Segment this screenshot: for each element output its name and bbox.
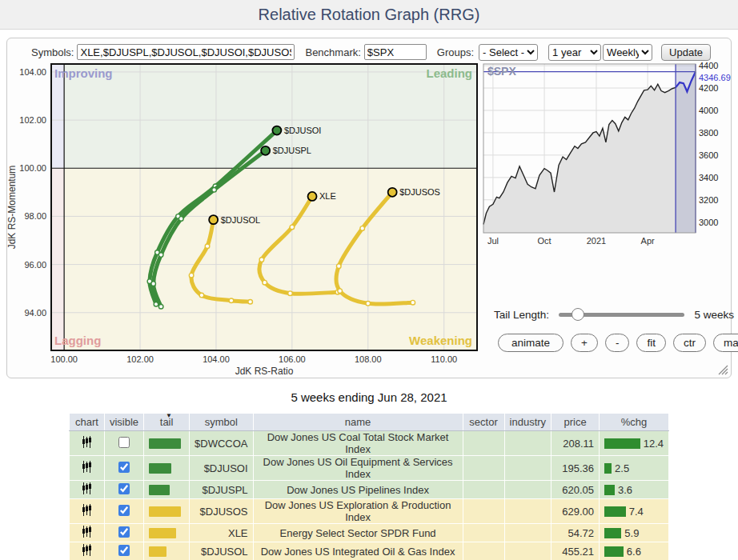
chart-cell [69,456,104,481]
tail-length-label: Tail Length: [494,309,549,321]
quadrant-label-weakening: Weakening [409,334,472,347]
name-cell: Dow Jones US Exploration & Production In… [253,499,463,524]
tail-cell [144,456,190,481]
table-row-$DJUSOL[interactable]: $DJUSOLDow Jones US Integrated Oil & Gas… [69,542,668,560]
title-bar: Relative Rotation Graph (RRG) [0,0,738,30]
visible-checkbox[interactable] [118,437,130,448]
name-cell: Dow Jones US Oil Equipment & Services In… [253,456,463,481]
summary-heading: 5 weeks ending Jun 28, 2021 [0,390,738,404]
tail-length-slider-thumb[interactable] [572,308,584,321]
candlestick-icon[interactable] [82,463,92,475]
pct-change-value: 7.4 [629,506,644,518]
candlestick-icon[interactable] [82,506,92,518]
column-header-chart[interactable]: chart [69,414,104,431]
pct-change-bar [604,485,615,495]
ctr-button[interactable]: ctr [673,334,706,352]
head-marker-XLE[interactable] [308,192,317,201]
column-header-tail[interactable]: tail▼ [144,414,190,431]
visible-cell [104,524,143,542]
column-header-visible[interactable]: visible [104,414,143,431]
symbol-label: $DJUSOL [221,215,261,225]
column-header-pctchg[interactable]: %chg [600,414,669,431]
industry-cell [504,481,551,499]
column-header-symbol[interactable]: symbol [190,414,253,431]
fit-button[interactable]: fit [636,334,666,352]
pct-cell: 2.5 [600,456,669,481]
y-tick-label: 98.00 [24,211,46,221]
visible-checkbox[interactable] [118,505,130,516]
column-header-name[interactable]: name [253,414,463,431]
price-cell: 208.11 [551,431,600,456]
table-body: $DWCCOADow Jones US Coal Total Stock Mar… [69,431,668,560]
symbol-label: XLE [319,191,336,201]
pct-change-bar [604,546,624,557]
animate-button[interactable]: animate [498,334,564,352]
candlestick-icon[interactable] [82,438,92,450]
spx-x-label: Oct [537,236,551,246]
column-header-industry[interactable]: industry [504,414,551,431]
x-tick-label: 110.00 [431,354,457,364]
head-marker-$DJUSOI[interactable] [272,126,281,135]
column-header-price[interactable]: price [551,414,600,431]
spx-y-tick: 4400 [699,61,718,70]
candlestick-icon[interactable] [82,528,92,540]
zoom-in-button[interactable]: + [571,334,598,352]
pct-change-value: 12.4 [644,438,664,450]
table-row-$DJUSPL[interactable]: $DJUSPLDow Jones US Pipelines Index620.0… [69,481,668,499]
chart-cell [69,524,104,542]
pct-cell: 3.6 [600,481,669,499]
tail-cell [144,524,190,542]
name-cell: Dow Jones US Coal Total Stock Market Ind… [253,431,463,456]
chart-cell [69,499,104,524]
head-marker-$DJUSPL[interactable] [261,146,270,155]
pct-change-value: 6.6 [627,546,641,558]
spx-x-label: 2021 [587,236,606,246]
visible-cell [104,542,143,560]
max-button[interactable]: max [713,334,738,352]
benchmark-chart[interactable]: 30003200340036003800400042004400JulOct20… [481,58,737,254]
symbol-cell: $DJUSOI [190,456,253,481]
pct-change-value: 5.9 [624,527,639,539]
x-tick-label: 100.00 [50,354,78,364]
pct-change-bar [604,528,621,538]
pct-change-value: 2.5 [615,462,629,474]
visible-checkbox[interactable] [118,545,130,556]
quadrant-label-improving: Improving [54,66,113,80]
table-row-$DJUSOI[interactable]: $DJUSOIDow Jones US Oil Equipment & Serv… [69,456,668,481]
tail-cell [144,542,190,560]
pct-cell: 12.4 [600,431,669,456]
x-tick-label: 106.00 [279,354,306,364]
x-tick-label: 102.00 [126,354,154,364]
x-axis-label: JdK RS-Ratio [235,366,294,377]
name-cell: Dow Jones US Integrated Oil & Gas Index [253,542,463,560]
visible-cell [104,481,143,499]
visible-checkbox[interactable] [118,526,130,538]
pct-change-value: 3.6 [618,484,632,496]
visible-checkbox[interactable] [118,462,130,473]
resize-handle-icon[interactable] [716,362,728,375]
spx-y-tick: 3400 [699,173,718,182]
head-marker-$DJUSOL[interactable] [209,215,218,224]
column-header-sector[interactable]: sector [463,414,504,431]
visible-checkbox[interactable] [118,483,130,494]
zoom-out-button[interactable]: - [605,334,630,352]
head-marker-$DJUSOS[interactable] [388,188,397,197]
industry-cell [504,499,551,524]
sort-indicator-icon: ▼ [166,412,172,419]
table-row-XLE[interactable]: XLEEnergy Select Sector SPDR Fund54.725.… [69,524,668,542]
y-tick-label: 100.00 [19,163,46,173]
chart-cell [69,431,104,456]
rrg-chart[interactable]: 100.00102.00104.00106.00108.00110.0094.0… [7,57,487,378]
tail-swatch [149,463,171,474]
y-tick-label: 102.00 [19,115,46,125]
table-row-$DWCCOA[interactable]: $DWCCOADow Jones US Coal Total Stock Mar… [69,431,668,456]
price-cell: 195.36 [551,456,600,481]
table-row-$DJUSOS[interactable]: $DJUSOSDow Jones US Exploration & Produc… [69,499,668,524]
candlestick-icon[interactable] [82,546,92,558]
tail-swatch [149,528,176,538]
pct-cell: 7.4 [600,499,669,524]
tail-length-slider[interactable] [559,313,684,317]
candlestick-icon[interactable] [82,485,92,497]
symbol-cell: XLE [190,524,253,542]
visible-cell [104,456,143,481]
